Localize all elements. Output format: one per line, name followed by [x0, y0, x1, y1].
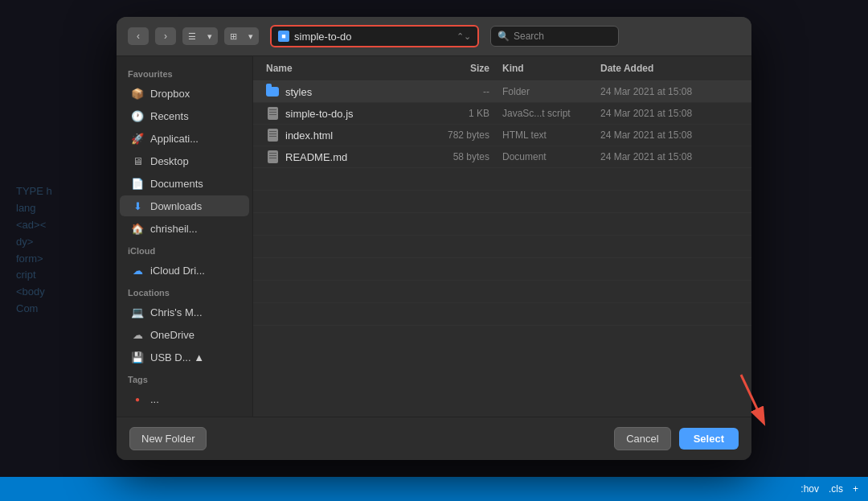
sidebar-item-dropbox[interactable]: 📦 Dropbox	[120, 83, 249, 104]
view-toggle: ☰ ▾	[182, 27, 218, 45]
file-area: Name Size Kind Date Added styles	[253, 56, 751, 417]
sidebar: Favourites 📦 Dropbox 🕐 Recents 🚀 Applica…	[117, 56, 253, 417]
search-box[interactable]: 🔍 Search	[490, 26, 619, 47]
empty-row-7	[253, 303, 751, 326]
file-name-readme: README.md	[266, 150, 425, 163]
applications-label: Applicati...	[150, 133, 238, 145]
footer-right-buttons: Cancel Select	[614, 427, 739, 450]
file-size-styles: --	[425, 86, 489, 97]
status-bar: :hov .cls +	[0, 477, 868, 501]
index-icon	[266, 129, 279, 142]
chrisheil-label: chrisheil...	[150, 223, 238, 235]
empty-row-3	[253, 213, 751, 236]
select-button[interactable]: Select	[679, 428, 739, 450]
location-bar[interactable]: ■ simple-to-do ⌃⌄	[270, 25, 479, 47]
file-kind-simple-to-do: JavaSc...t script	[489, 108, 594, 119]
file-kind-readme: Document	[489, 151, 594, 162]
location-label: simple-to-do	[294, 31, 452, 43]
grid-chevron-icon: ▾	[248, 31, 253, 42]
file-size-simple-to-do: 1 KB	[425, 108, 489, 119]
file-date-styles: 24 Mar 2021 at 15:08	[594, 86, 739, 97]
recents-label: Recents	[150, 110, 238, 122]
back-button[interactable]: ‹	[128, 27, 149, 45]
readme-icon	[266, 150, 279, 163]
chrism-label: Chris's M...	[150, 306, 238, 318]
file-size-index: 782 bytes	[425, 129, 489, 141]
file-date-simple-to-do: 24 Mar 2021 at 15:08	[594, 108, 739, 119]
sidebar-item-icloud[interactable]: ☁ iCloud Dri...	[120, 260, 249, 281]
col-name-header: Name	[266, 63, 425, 74]
file-date-index: 24 Mar 2021 at 15:08	[594, 129, 739, 141]
file-row-readme[interactable]: README.md 58 bytes Document 24 Mar 2021 …	[253, 146, 751, 168]
location-arrows: ⌃⌄	[457, 31, 471, 42]
file-row-styles[interactable]: styles -- Folder 24 Mar 2021 at 15:08	[253, 81, 751, 103]
grid-chevron-button[interactable]: ▾	[243, 27, 259, 45]
empty-row-4	[253, 236, 751, 258]
file-size-readme: 58 bytes	[425, 151, 489, 162]
file-date-readme: 24 Mar 2021 at 15:08	[594, 151, 739, 162]
styles-folder-icon	[266, 85, 279, 98]
locations-label: Locations	[117, 281, 252, 301]
sidebar-item-applications[interactable]: 🚀 Applicati...	[120, 128, 249, 149]
onedrive-icon: ☁	[131, 328, 144, 341]
file-kind-index: HTML text	[489, 129, 594, 141]
sidebar-item-chrisheil[interactable]: 🏠 chrisheil...	[120, 218, 249, 239]
forward-button[interactable]: ›	[155, 27, 176, 45]
file-name-simple-to-do: simple-to-do.js	[266, 107, 425, 120]
sidebar-item-tag1[interactable]: ● ...	[120, 388, 249, 409]
sidebar-item-downloads[interactable]: ⬇ Downloads	[120, 195, 249, 216]
recents-icon: 🕐	[131, 109, 144, 122]
status-hov: :hov	[800, 483, 819, 495]
modal-overlay: ‹ › ☰ ▾ ⊞ ▾	[0, 0, 868, 477]
new-folder-button[interactable]: New Folder	[129, 427, 207, 450]
cancel-button[interactable]: Cancel	[614, 427, 670, 450]
grid-view-button[interactable]: ⊞	[224, 27, 243, 45]
sidebar-item-documents[interactable]: 📄 Documents	[120, 173, 249, 194]
list-icon: ☰	[188, 31, 196, 42]
tags-label: Tags	[117, 368, 252, 388]
sidebar-item-usb[interactable]: 💾 USB D... ▲	[120, 347, 249, 368]
col-date-header: Date Added	[594, 63, 739, 74]
list-chevron-icon: ▾	[207, 31, 212, 42]
grid-toggle: ⊞ ▾	[224, 27, 259, 45]
dropbox-label: Dropbox	[150, 88, 238, 100]
status-cls: .cls	[829, 483, 843, 495]
chrism-icon: 💻	[131, 306, 144, 318]
file-picker-dialog: ‹ › ☰ ▾ ⊞ ▾	[117, 17, 751, 460]
toolbar: ‹ › ☰ ▾ ⊞ ▾	[117, 17, 751, 56]
sidebar-item-recents[interactable]: 🕐 Recents	[120, 105, 249, 126]
onedrive-label: OneDrive	[150, 329, 238, 341]
file-list: styles -- Folder 24 Mar 2021 at 15:08 si…	[253, 81, 751, 417]
search-placeholder: Search	[514, 31, 544, 42]
icloud-icon: ☁	[131, 264, 144, 277]
documents-label: Documents	[150, 178, 238, 190]
dropbox-icon: 📦	[131, 87, 144, 100]
search-icon: 🔍	[497, 31, 510, 42]
empty-row-5	[253, 258, 751, 281]
file-header: Name Size Kind Date Added	[253, 56, 751, 81]
sidebar-item-desktop[interactable]: 🖥 Desktop	[120, 150, 249, 171]
file-row-simple-to-do[interactable]: simple-to-do.js 1 KB JavaSc...t script 2…	[253, 103, 751, 125]
status-plus: +	[853, 483, 858, 495]
desktop-label: Desktop	[150, 155, 238, 167]
icloud-label: iCloud	[117, 240, 252, 259]
chrisheil-icon: 🏠	[131, 222, 144, 235]
list-chevron-button[interactable]: ▾	[202, 27, 218, 45]
back-icon: ‹	[137, 31, 140, 42]
icloud-label-text: iCloud Dri...	[150, 265, 238, 277]
sidebar-item-onedrive[interactable]: ☁ OneDrive	[120, 324, 249, 345]
col-size-header: Size	[425, 63, 489, 74]
downloads-label: Downloads	[150, 200, 238, 212]
file-row-index[interactable]: index.html 782 bytes HTML text 24 Mar 20…	[253, 125, 751, 146]
file-name-index: index.html	[266, 129, 425, 142]
tag-label: ...	[150, 393, 238, 405]
list-view-button[interactable]: ☰	[182, 27, 202, 45]
file-name-styles: styles	[266, 85, 425, 98]
sidebar-item-chrism[interactable]: 💻 Chris's M...	[120, 302, 249, 322]
empty-row-6	[253, 281, 751, 303]
dialog-footer: New Folder Cancel Select	[117, 417, 751, 460]
desktop-icon: 🖥	[131, 154, 144, 167]
usb-label: USB D... ▲	[150, 351, 238, 363]
tag-icon: ●	[131, 392, 144, 405]
usb-icon: 💾	[131, 351, 144, 363]
